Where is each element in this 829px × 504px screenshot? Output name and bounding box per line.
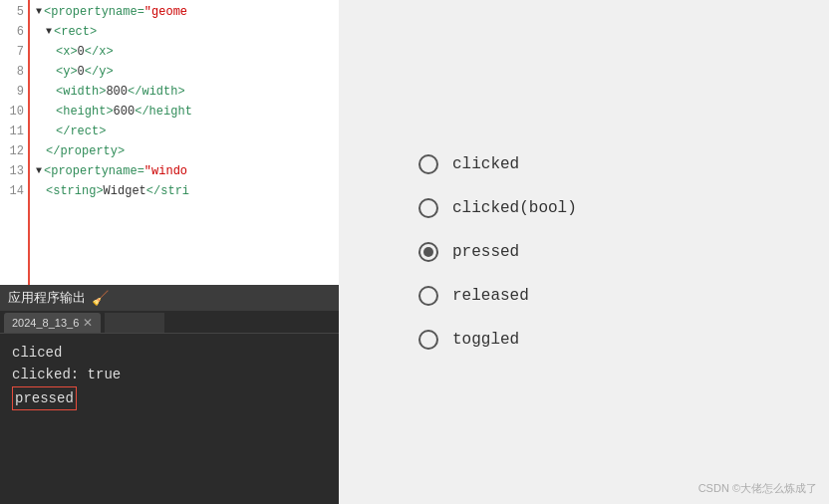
radio-group: clicked clicked(bool) pressed released t… <box>418 154 577 350</box>
bottom-header-left: 应用程序输出 🧹 <box>8 289 109 307</box>
radio-item-toggled[interactable]: toggled <box>418 330 577 350</box>
tab-close-button[interactable]: ✕ <box>83 316 93 330</box>
output-line-3: pressed <box>12 386 327 410</box>
line-num-5: 5 <box>17 2 24 22</box>
output-line-2: clicked: true <box>12 364 327 385</box>
radio-circle-clicked[interactable] <box>418 154 438 174</box>
arrow-6: ▼ <box>46 22 52 42</box>
radio-label-toggled: toggled <box>452 331 519 349</box>
arrow-5: ▼ <box>36 2 42 22</box>
output-content: cliced clicked: true pressed <box>0 334 339 504</box>
line-num-7: 7 <box>17 42 24 62</box>
tab-bar: 2024_8_13_6 ✕ <box>0 311 339 334</box>
output-tab[interactable]: 2024_8_13_6 ✕ <box>4 313 101 333</box>
code-line-5: ▼ <property name="geome <box>36 2 339 22</box>
radio-item-released[interactable]: released <box>418 286 577 306</box>
line-num-11: 11 <box>10 122 24 141</box>
radio-item-clicked-bool[interactable]: clicked(bool) <box>418 198 577 218</box>
radio-item-pressed[interactable]: pressed <box>418 242 577 262</box>
bottom-header: 应用程序输出 🧹 <box>0 285 339 311</box>
radio-circle-released[interactable] <box>418 286 438 306</box>
watermark: CSDN ©大佬怎么炼成了 <box>698 481 817 496</box>
tab-label: 2024_8_13_6 <box>12 317 79 329</box>
code-lines: ▼ <property name="geome ▼ <rect> <x>0</x… <box>30 0 339 285</box>
code-line-10: <height>600</height <box>36 102 339 122</box>
radio-label-released: released <box>452 287 529 305</box>
line-num-10: 10 <box>10 102 24 122</box>
code-line-6: ▼ <rect> <box>36 22 339 42</box>
output-pressed-badge: pressed <box>12 386 77 410</box>
left-panel: 5 6 7 8 9 10 11 12 13 14 ▼ <property nam… <box>0 0 339 504</box>
radio-label-clicked: clicked <box>452 155 519 173</box>
code-line-12: </property> <box>36 141 339 161</box>
code-line-14: <string>Widget</stri <box>36 181 339 201</box>
line-num-13: 13 <box>10 161 24 181</box>
right-panel: clicked clicked(bool) pressed released t… <box>339 0 829 504</box>
code-line-13: ▼ <property name="windo <box>36 161 339 181</box>
radio-circle-pressed[interactable] <box>418 242 438 262</box>
line-num-6: 6 <box>17 22 24 42</box>
output-title: 应用程序输出 <box>8 289 86 307</box>
clean-icon[interactable]: 🧹 <box>92 290 109 306</box>
line-num-9: 9 <box>17 82 24 102</box>
bottom-panel: 应用程序输出 🧹 2024_8_13_6 ✕ cliced clicked: t… <box>0 285 339 504</box>
tab-placeholder <box>105 313 164 333</box>
radio-circle-clicked-bool[interactable] <box>418 198 438 218</box>
code-line-11: </rect> <box>36 122 339 141</box>
arrow-13: ▼ <box>36 161 42 181</box>
line-num-12: 12 <box>10 141 24 161</box>
code-area: 5 6 7 8 9 10 11 12 13 14 ▼ <property nam… <box>0 0 339 285</box>
code-line-8: <y>0</y> <box>36 62 339 82</box>
code-line-9: <width>800</width> <box>36 82 339 102</box>
code-line-7: <x>0</x> <box>36 42 339 62</box>
radio-item-clicked[interactable]: clicked <box>418 154 577 174</box>
line-num-8: 8 <box>17 62 24 82</box>
line-num-14: 14 <box>10 181 24 201</box>
radio-circle-toggled[interactable] <box>418 330 438 350</box>
line-numbers: 5 6 7 8 9 10 11 12 13 14 <box>0 0 30 285</box>
output-line-1: cliced <box>12 342 327 364</box>
radio-label-clicked-bool: clicked(bool) <box>452 199 577 217</box>
radio-label-pressed: pressed <box>452 243 519 261</box>
